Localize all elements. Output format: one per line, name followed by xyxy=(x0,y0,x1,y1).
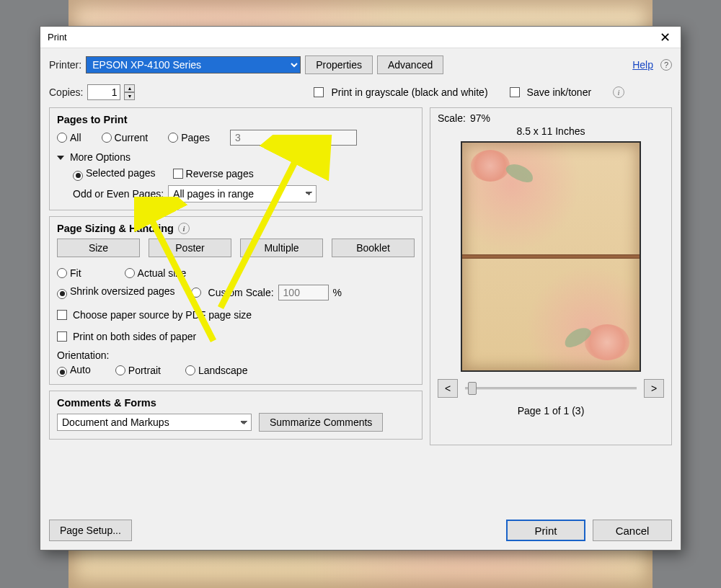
help-link[interactable]: Help xyxy=(632,59,653,71)
copies-input[interactable] xyxy=(87,84,120,100)
radio-shrink[interactable] xyxy=(57,289,67,299)
radio-actual[interactable] xyxy=(125,268,135,278)
radio-portrait[interactable] xyxy=(115,365,125,375)
printer-label: Printer: xyxy=(49,59,81,71)
orientation-label: Orientation: xyxy=(57,349,415,361)
page-slider[interactable] xyxy=(464,380,638,396)
properties-button[interactable]: Properties xyxy=(305,55,373,74)
window-title: Print xyxy=(48,32,655,43)
pages-to-print-heading: Pages to Print xyxy=(57,114,415,125)
comments-group: Comments & Forms Document and Markups Su… xyxy=(49,391,423,440)
summarize-comments-button[interactable]: Summarize Comments xyxy=(259,413,383,432)
scale-label: Scale: xyxy=(438,112,466,124)
info-icon[interactable]: i xyxy=(613,86,624,98)
preview-panel: Scale: 97% 8.5 x 11 Inches < > Page 1 of… xyxy=(430,107,672,445)
help-icon[interactable]: ? xyxy=(660,59,672,71)
spin-down-icon[interactable]: ▼ xyxy=(124,92,135,100)
size-tab[interactable]: Size xyxy=(57,239,140,257)
radio-pages[interactable] xyxy=(168,133,178,143)
close-icon[interactable]: ✕ xyxy=(655,31,675,44)
pages-to-print-group: Pages to Print All Current Pages More Op… xyxy=(49,107,423,210)
page-setup-button[interactable]: Page Setup... xyxy=(49,520,132,541)
advanced-button[interactable]: Advanced xyxy=(377,55,443,74)
poster-tab[interactable]: Poster xyxy=(149,239,231,257)
page-sizing-group: Page Sizing & Handling i Size Poster Mul… xyxy=(49,216,423,386)
radio-all[interactable] xyxy=(57,133,67,143)
sizing-heading: Page Sizing & Handling xyxy=(57,223,174,234)
save-ink-label: Save ink/toner xyxy=(527,86,592,98)
paper-size: 8.5 x 11 Inches xyxy=(438,125,664,137)
reverse-pages-checkbox[interactable] xyxy=(173,169,183,179)
grayscale-label: Print in grayscale (black and white) xyxy=(331,86,487,98)
radio-selected-pages[interactable] xyxy=(73,171,83,181)
duplex-checkbox[interactable] xyxy=(57,331,67,342)
copies-label: Copies: xyxy=(49,86,83,98)
cancel-button[interactable]: Cancel xyxy=(593,520,672,541)
printer-select[interactable]: EPSON XP-4100 Series xyxy=(86,56,301,74)
next-page-button[interactable]: > xyxy=(644,379,664,398)
choose-source-checkbox[interactable] xyxy=(57,310,67,320)
page-preview xyxy=(461,141,641,372)
odd-even-label: Odd or Even Pages: xyxy=(73,188,164,200)
radio-fit[interactable] xyxy=(57,268,67,278)
print-dialog: Print ✕ Printer: EPSON XP-4100 Series Pr… xyxy=(40,26,681,551)
radio-auto[interactable] xyxy=(57,367,67,377)
grayscale-checkbox[interactable] xyxy=(314,87,324,97)
scale-value: 97% xyxy=(470,112,490,124)
spin-up-icon[interactable]: ▲ xyxy=(124,84,135,92)
booklet-tab[interactable]: Booklet xyxy=(332,239,415,257)
radio-landscape[interactable] xyxy=(185,365,195,375)
chevron-down-icon[interactable] xyxy=(57,156,64,160)
prev-page-button[interactable]: < xyxy=(438,379,458,398)
save-ink-checkbox[interactable] xyxy=(510,87,520,97)
comments-select[interactable]: Document and Markups xyxy=(57,414,252,431)
pages-input[interactable] xyxy=(230,130,357,146)
info-icon[interactable]: i xyxy=(178,223,190,234)
custom-scale-input[interactable] xyxy=(278,285,329,300)
print-button[interactable]: Print xyxy=(506,520,585,541)
page-counter: Page 1 of 1 (3) xyxy=(438,405,664,416)
more-options-toggle[interactable]: More Options xyxy=(70,151,131,163)
titlebar: Print ✕ xyxy=(40,27,681,48)
comments-heading: Comments & Forms xyxy=(57,397,415,409)
radio-custom-scale[interactable] xyxy=(191,288,201,298)
copies-spinner[interactable]: ▲ ▼ xyxy=(124,84,135,100)
multiple-tab[interactable]: Multiple xyxy=(240,239,323,257)
radio-current[interactable] xyxy=(102,133,112,143)
odd-even-select[interactable]: All pages in range xyxy=(168,185,317,202)
